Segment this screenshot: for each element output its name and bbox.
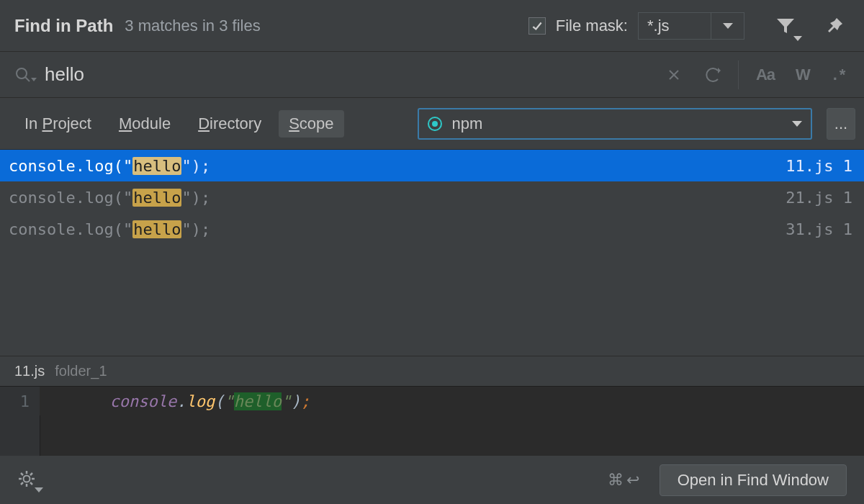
filter-button[interactable] [773, 14, 798, 38]
pin-icon [825, 17, 844, 35]
svg-marker-0 [777, 19, 794, 33]
open-in-find-window-button[interactable]: Open in Find Window [660, 464, 847, 496]
file-mask-label: File mask: [556, 17, 628, 35]
scope-more-button[interactable]: ... [827, 108, 855, 140]
svg-marker-1 [828, 18, 842, 32]
chevron-down-icon [792, 121, 802, 127]
search-options-button[interactable] [9, 67, 37, 83]
file-mask-checkbox[interactable] [528, 17, 546, 35]
chevron-down-icon [35, 487, 43, 492]
dialog-footer: ⌘↩ Open in Find Window [0, 455, 864, 504]
regex-toggle[interactable]: .* [829, 64, 851, 86]
result-location: 31.js 1 [786, 220, 852, 238]
match-highlight: hello [132, 220, 181, 238]
check-icon [531, 19, 544, 32]
scope-tabs: In Project Module Directory Scope [14, 110, 344, 138]
svg-point-2 [17, 68, 27, 78]
scope-radio-icon [428, 117, 442, 131]
separator [738, 60, 739, 89]
preview-editor[interactable]: 1 console.log("hello"); [0, 386, 864, 455]
scope-combo[interactable]: npm [418, 108, 812, 140]
search-row: Aa W .* [0, 52, 864, 98]
code-line: 1 console.log("hello"); [0, 387, 864, 415]
search-history-button[interactable] [701, 64, 722, 86]
svg-line-3 [25, 77, 30, 81]
history-icon [702, 68, 721, 82]
result-location: 11.js 1 [786, 157, 852, 175]
search-icon [15, 67, 31, 83]
chevron-down-icon [31, 78, 37, 81]
match-highlight: hello [132, 157, 181, 175]
pin-button[interactable] [822, 14, 847, 38]
svg-point-7 [24, 475, 30, 482]
result-row[interactable]: console.log("hello"); 11.js 1 [0, 150, 864, 181]
gear-icon [17, 469, 36, 488]
result-row[interactable]: console.log("hello"); 31.js 1 [0, 213, 864, 245]
svg-line-12 [21, 473, 23, 475]
match-case-toggle[interactable]: Aa [755, 64, 776, 86]
file-mask-group: File mask: *.js [528, 12, 744, 40]
svg-line-14 [30, 473, 32, 475]
whole-words-toggle[interactable]: W [792, 64, 814, 86]
match-highlight: hello [132, 189, 181, 207]
results-list: console.log("hello"); 11.js 1 console.lo… [0, 150, 864, 356]
search-input[interactable] [37, 63, 663, 86]
tab-directory[interactable]: Directory [188, 110, 271, 138]
clear-search-button[interactable] [663, 64, 685, 86]
scope-bar: In Project Module Directory Scope npm ..… [0, 98, 864, 150]
search-controls: Aa W .* [663, 60, 851, 89]
tab-module[interactable]: Module [109, 110, 181, 138]
scope-value: npm [452, 114, 792, 133]
match-count: 3 matches in 3 files [125, 17, 260, 35]
tab-scope[interactable]: Scope [279, 110, 343, 138]
chevron-down-icon [793, 36, 802, 41]
result-location: 21.js 1 [786, 189, 852, 207]
preview-blank [0, 415, 864, 456]
shortcut-hint: ⌘↩ [608, 471, 639, 490]
tab-in-project[interactable]: In Project [14, 110, 102, 138]
settings-button[interactable] [17, 469, 39, 491]
svg-line-15 [21, 482, 23, 485]
match-highlight: hello [234, 392, 282, 410]
dialog-title: Find in Path [14, 16, 113, 36]
funnel-icon [775, 17, 796, 35]
file-mask-value: *.js [639, 14, 711, 38]
svg-marker-6 [718, 68, 721, 73]
dialog-header: Find in Path 3 matches in 3 files File m… [0, 0, 864, 52]
svg-line-13 [30, 482, 32, 485]
file-mask-combo[interactable]: *.js [638, 12, 744, 40]
close-icon [667, 68, 680, 81]
result-row[interactable]: console.log("hello"); 21.js 1 [0, 181, 864, 213]
line-number: 1 [0, 387, 40, 415]
chevron-down-icon[interactable] [711, 13, 744, 39]
